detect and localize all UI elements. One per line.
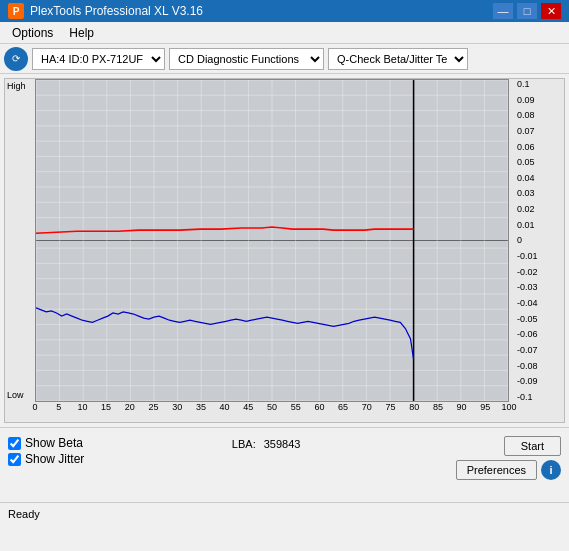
x-label-60: 60 [314,402,324,412]
device-select[interactable]: HA:4 ID:0 PX-712UF [32,48,165,70]
start-button[interactable]: Start [504,436,561,456]
statusbar: Ready [0,502,569,524]
show-jitter-label: Show Jitter [25,452,84,466]
y-label-0.06: 0.06 [517,142,564,152]
chart-high-label: High [7,81,26,91]
app-icon: P [8,3,24,19]
status-text: Ready [8,508,40,520]
close-button[interactable]: ✕ [541,3,561,19]
preferences-button[interactable]: Preferences [456,460,537,480]
chart-plot-area [35,79,509,402]
y-label-neg0.04: -0.04 [517,298,564,308]
x-label-35: 35 [196,402,206,412]
x-label-20: 20 [125,402,135,412]
x-label-10: 10 [77,402,87,412]
show-beta-label: Show Beta [25,436,83,450]
y-label-neg0.08: -0.08 [517,361,564,371]
show-beta-checkbox[interactable] [8,437,21,450]
chart-low-label: Low [7,390,24,400]
info-button[interactable]: i [541,460,561,480]
lba-label: LBA: [232,438,256,450]
minimize-button[interactable]: — [493,3,513,19]
x-label-70: 70 [362,402,372,412]
y-label-neg0.07: -0.07 [517,345,564,355]
x-label-25: 25 [148,402,158,412]
lba-value: 359843 [264,438,301,450]
x-label-30: 30 [172,402,182,412]
x-label-0: 0 [32,402,37,412]
preferences-row: Preferences i [456,460,561,480]
x-label-15: 15 [101,402,111,412]
y-label-0.08: 0.08 [517,110,564,120]
y-label-neg0.09: -0.09 [517,376,564,386]
y-label-0.03: 0.03 [517,188,564,198]
x-label-90: 90 [457,402,467,412]
toolbar: ⟳ HA:4 ID:0 PX-712UF CD Diagnostic Funct… [0,44,569,74]
window-controls: — □ ✕ [493,3,561,19]
y-label-0.09: 0.09 [517,95,564,105]
y-label-neg0.01: -0.01 [517,251,564,261]
menu-help[interactable]: Help [61,24,102,42]
titlebar: P PlexTools Professional XL V3.16 — □ ✕ [0,0,569,22]
y-axis-right: 0.1 0.09 0.08 0.07 0.06 0.05 0.04 0.03 0… [514,79,564,402]
x-label-5: 5 [56,402,61,412]
y-label-0.1: 0.1 [517,79,564,89]
show-jitter-checkbox[interactable] [8,453,21,466]
checkboxes-area: Show Beta Show Jitter [8,432,232,466]
buttons-section: Start Preferences i [456,432,561,480]
test-select[interactable]: Q-Check Beta/Jitter Test [328,48,468,70]
x-label-55: 55 [291,402,301,412]
menubar: Options Help [0,22,569,44]
chart-svg [36,80,508,401]
x-label-45: 45 [243,402,253,412]
show-beta-row: Show Beta [8,436,232,450]
window-title: PlexTools Professional XL V3.16 [30,4,493,18]
y-label-0.01: 0.01 [517,220,564,230]
y-label-0.05: 0.05 [517,157,564,167]
x-label-40: 40 [220,402,230,412]
function-select[interactable]: CD Diagnostic Functions [169,48,324,70]
lba-section: LBA: 359843 [232,432,456,450]
y-label-neg0.03: -0.03 [517,282,564,292]
chart-container: High Low 0.1 0.09 0.08 0.07 0.06 0.05 0.… [4,78,565,423]
maximize-button[interactable]: □ [517,3,537,19]
x-label-65: 65 [338,402,348,412]
y-label-0: 0 [517,235,564,245]
x-label-75: 75 [385,402,395,412]
bottom-panel: Show Beta Show Jitter LBA: 359843 Start … [0,427,569,502]
show-jitter-row: Show Jitter [8,452,232,466]
x-label-95: 95 [480,402,490,412]
menu-options[interactable]: Options [4,24,61,42]
x-label-80: 80 [409,402,419,412]
x-label-50: 50 [267,402,277,412]
y-label-0.04: 0.04 [517,173,564,183]
x-axis: 0 5 10 15 20 25 30 35 40 45 50 55 60 65 … [35,402,509,422]
x-label-85: 85 [433,402,443,412]
y-label-neg0.02: -0.02 [517,267,564,277]
device-icon[interactable]: ⟳ [4,47,28,71]
x-label-100: 100 [501,402,516,412]
y-label-neg0.06: -0.06 [517,329,564,339]
y-label-0.02: 0.02 [517,204,564,214]
y-label-neg0.1: -0.1 [517,392,564,402]
y-label-neg0.05: -0.05 [517,314,564,324]
y-label-0.07: 0.07 [517,126,564,136]
